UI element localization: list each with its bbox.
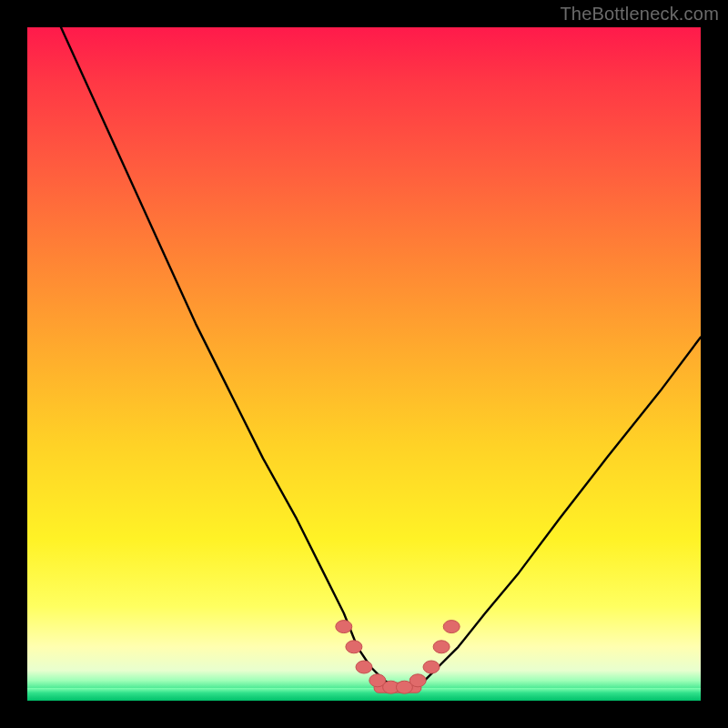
trough-marker (423, 661, 440, 673)
trough-marker (443, 621, 460, 633)
bottleneck-curve-path (61, 27, 701, 687)
trough-marker (356, 661, 372, 673)
chart-frame: TheBottleneck.com (0, 0, 728, 728)
trough-marker (410, 674, 426, 687)
watermark-text: TheBottleneck.com (560, 4, 719, 25)
trough-marker (336, 621, 352, 633)
curve-group (61, 27, 701, 687)
trough-markers (336, 621, 460, 694)
trough-marker (433, 641, 450, 653)
bottleneck-curve-svg (27, 27, 701, 701)
trough-marker (346, 641, 362, 653)
plot-area (27, 27, 701, 701)
